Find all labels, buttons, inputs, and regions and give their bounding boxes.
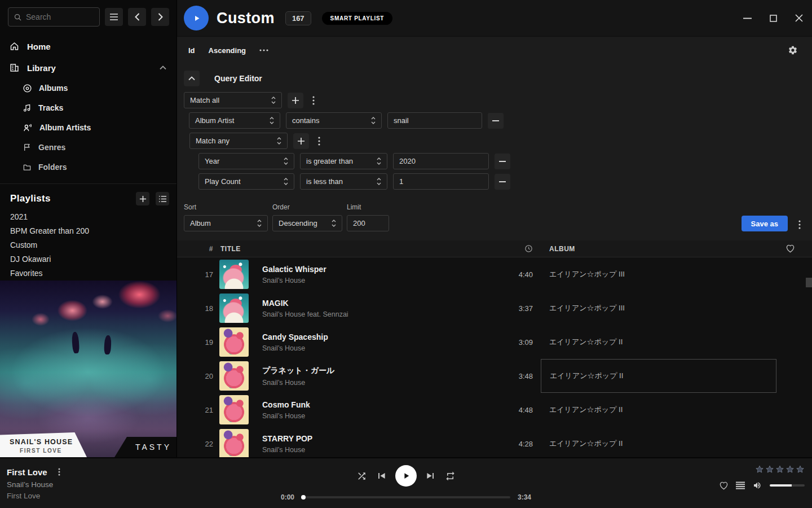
- search-input[interactable]: [26, 12, 94, 21]
- column-header-duration[interactable]: [524, 244, 533, 253]
- rule-operator-select[interactable]: is less than: [300, 173, 387, 190]
- flag-icon: [23, 143, 32, 152]
- seek-bar[interactable]: [302, 496, 510, 498]
- add-playlist-button[interactable]: [136, 192, 149, 205]
- maximize-button[interactable]: [769, 14, 778, 23]
- track-album[interactable]: エイリアン☆ポップ II: [546, 393, 804, 427]
- nav-forward-button[interactable]: [151, 8, 169, 26]
- star-icon[interactable]: [785, 465, 795, 474]
- track-row[interactable]: 22 STARRY POP Snail’s House 4:28 エイリアン☆ポ…: [177, 427, 812, 457]
- save-menu-button[interactable]: [795, 218, 804, 231]
- volume-button[interactable]: [752, 481, 762, 490]
- rule-value-input[interactable]: [387, 112, 482, 129]
- now-playing-menu-button[interactable]: [56, 467, 63, 477]
- sidebar-item-folders[interactable]: Folders: [0, 160, 176, 174]
- hamburger-icon: [109, 13, 118, 21]
- toolbar-more-button[interactable]: [259, 49, 268, 51]
- select-value: Album Artist: [195, 116, 234, 125]
- sidebar-item-albums[interactable]: Albums: [0, 81, 176, 95]
- remove-rule-button[interactable]: [495, 154, 510, 169]
- rule-operator-select[interactable]: contains: [286, 112, 382, 129]
- add-rule-button[interactable]: [288, 93, 303, 108]
- star-icon[interactable]: [755, 465, 764, 474]
- shuffle-button[interactable]: [356, 471, 367, 481]
- collapse-query-editor-button[interactable]: [184, 71, 200, 86]
- sidebar-item-library[interactable]: Library: [0, 60, 176, 75]
- star-icon[interactable]: [796, 465, 805, 474]
- scrollbar-thumb[interactable]: [806, 278, 812, 287]
- track-row[interactable]: 17 Galactic Whisper Snail’s House 4:40 エ…: [177, 257, 812, 291]
- rule-operator-select[interactable]: is greater than: [300, 153, 387, 169]
- repeat-button[interactable]: [445, 471, 456, 481]
- nav-back-button[interactable]: [128, 8, 146, 26]
- rule-value-input[interactable]: [393, 153, 489, 169]
- seek-knob[interactable]: [301, 495, 306, 500]
- playlist-item[interactable]: 2021: [10, 210, 169, 224]
- chevron-left-icon: [135, 13, 140, 21]
- rule-field-select[interactable]: Year: [198, 153, 294, 169]
- add-rule-button[interactable]: [293, 133, 309, 149]
- match-type-select[interactable]: Match any: [189, 133, 288, 149]
- sidebar-item-album-artists[interactable]: Album Artists: [0, 121, 176, 134]
- playlist-item[interactable]: DJ Okawari: [10, 252, 169, 266]
- track-album-focused-cell[interactable]: エイリアン☆ポップ II: [541, 359, 776, 393]
- sidebar-item-home[interactable]: Home: [0, 39, 176, 54]
- play-icon: [192, 14, 201, 23]
- previous-track-button[interactable]: [376, 470, 387, 481]
- group-menu-button[interactable]: [309, 94, 318, 107]
- search-box[interactable]: [8, 7, 100, 27]
- playlists-list: 2021 BPM Greater than 200 Custom DJ Okaw…: [10, 210, 169, 281]
- rule-field-select[interactable]: Play Count: [198, 173, 294, 190]
- track-row[interactable]: 18 MAGIK Snail’s House feat. Sennzai 3:3…: [177, 291, 812, 325]
- save-as-button[interactable]: Save as: [742, 216, 788, 231]
- settings-button[interactable]: [788, 45, 798, 55]
- rule-field-select[interactable]: Album Artist: [189, 112, 280, 129]
- query-sort-select[interactable]: Album: [184, 215, 268, 231]
- rule-value-input[interactable]: [393, 173, 489, 190]
- sidebar-nav: Home Library Albums: [0, 29, 176, 174]
- playlist-list-button[interactable]: [156, 192, 169, 205]
- play-pause-button[interactable]: [395, 465, 417, 487]
- sort-field-button[interactable]: Id: [188, 46, 195, 55]
- playlist-item[interactable]: BPM Greater than 200: [10, 224, 169, 238]
- track-row[interactable]: 20 プラネット・ガール Snail’s House 3:48 エイリアン☆ポッ…: [177, 359, 812, 393]
- sort-direction-button[interactable]: Ascending: [209, 46, 246, 55]
- column-header-number[interactable]: #: [187, 245, 213, 253]
- sidebar-item-label: Albums: [39, 84, 68, 93]
- minimize-button[interactable]: [743, 14, 752, 23]
- star-icon[interactable]: [775, 465, 784, 474]
- playlist-item[interactable]: Custom: [10, 238, 169, 252]
- favorite-button[interactable]: [719, 481, 729, 490]
- track-album[interactable]: エイリアン☆ポップ III: [546, 291, 804, 325]
- track-album[interactable]: エイリアン☆ポップ II: [546, 325, 804, 359]
- sidebar-item-tracks[interactable]: Tracks: [0, 101, 176, 115]
- next-track-button[interactable]: [425, 470, 436, 481]
- star-icon[interactable]: [765, 465, 774, 474]
- group-menu-button[interactable]: [315, 134, 324, 148]
- chevron-up-icon[interactable]: [160, 65, 166, 70]
- track-row[interactable]: 21 Cosmo Funk Snail’s House 4:48 エイリアン☆ポ…: [177, 393, 812, 427]
- select-arrows-icon: [377, 178, 381, 185]
- query-limit-input[interactable]: [347, 215, 389, 231]
- queue-button[interactable]: [736, 481, 745, 489]
- playlist-item[interactable]: Favorites: [10, 266, 169, 281]
- track-title: プラネット・ガール: [262, 366, 493, 376]
- close-button[interactable]: [795, 14, 804, 23]
- match-type-select[interactable]: Match all: [184, 92, 282, 108]
- track-album[interactable]: エイリアン☆ポップ III: [546, 257, 804, 291]
- volume-slider[interactable]: [770, 484, 805, 487]
- query-order-select[interactable]: Descending: [272, 215, 342, 231]
- track-row[interactable]: 19 Candy Spaceship Snail’s House 3:09 エイ…: [177, 325, 812, 359]
- track-title: Galactic Whisper: [262, 265, 493, 274]
- track-duration: 4:40: [493, 270, 533, 279]
- column-header-title[interactable]: TITLE: [213, 245, 493, 253]
- play-playlist-button[interactable]: [184, 6, 209, 30]
- sidebar-item-genres[interactable]: Genres: [0, 141, 176, 154]
- remove-rule-button[interactable]: [488, 113, 504, 129]
- column-header-album[interactable]: ALBUM: [546, 244, 804, 253]
- play-icon: [401, 471, 411, 481]
- remove-rule-button[interactable]: [495, 174, 510, 190]
- menu-button[interactable]: [105, 8, 123, 26]
- track-album[interactable]: エイリアン☆ポップ II: [546, 427, 804, 457]
- heart-icon[interactable]: [785, 244, 795, 253]
